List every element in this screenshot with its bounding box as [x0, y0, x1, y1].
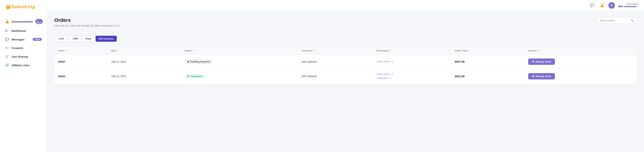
cell-order: #8067 — [54, 55, 108, 69]
status-dot — [188, 61, 189, 62]
dashboard-icon: ⊞ — [5, 29, 9, 33]
sort-icon: ⇕ — [65, 49, 67, 52]
csv-label: ↓ CSV — [57, 37, 64, 40]
page-header: Orders Here you can view and manage all … — [54, 17, 120, 32]
notification-icon-button[interactable]: 🔔 — [599, 2, 605, 9]
print-label: Print — [86, 37, 91, 40]
edit-columns-label: Edit Columns — [99, 37, 114, 40]
sidebar-nav: 🔔 Announcements 1 New ⊞ Dashboard 💬 Mess… — [0, 13, 47, 152]
user-info[interactable]: Sales Agent Mike Johansson ▾ — [618, 3, 638, 8]
cell-customer: John Spencer — [298, 55, 373, 69]
search-icon: 🔍 — [631, 19, 634, 22]
logo-area: 👑SalesKing — [0, 0, 47, 13]
sidebar-item-label: Coupons — [12, 46, 42, 49]
brand-name-part2: King — [24, 4, 36, 9]
sort-icon: ⇕ — [538, 49, 539, 52]
chevron-down-icon: ▾ — [637, 5, 638, 7]
sidebar-item-label: Announcements — [12, 20, 33, 23]
cart-icon: 🛒 — [5, 54, 9, 58]
user-role-label: Sales Agent — [618, 3, 638, 5]
search-input[interactable] — [600, 19, 629, 22]
brand-name-part1: Sales — [11, 4, 24, 9]
search-box[interactable]: 🔍 — [597, 17, 637, 23]
status-label: Completed — [190, 75, 202, 78]
sidebar-item-cart-sharing[interactable]: 🛒 Cart Sharing — [0, 52, 47, 61]
order-number: #8067 — [58, 60, 66, 63]
cell-date: July 14, 2021 — [108, 55, 181, 69]
cell-purchased: Gold Locker x 1composite x 1 — [373, 69, 451, 84]
status-badge: Completed — [184, 74, 205, 79]
col-customer[interactable]: Customer⇕ — [298, 47, 373, 55]
sort-icon: ⇕ — [390, 49, 391, 52]
pdf-button[interactable]: ↓ PDF — [68, 36, 81, 42]
product-link[interactable]: composite x 1 — [377, 76, 448, 80]
coupons-icon: 🏷 — [5, 46, 9, 50]
cell-order-total: $507,56 — [451, 55, 524, 69]
bag-icon: 🛍 — [532, 75, 534, 78]
brand-logo[interactable]: 👑SalesKing — [5, 4, 42, 9]
bag-icon: 🛍 — [532, 60, 534, 63]
page-subtitle: Here you can view and manage all orders … — [54, 24, 120, 27]
announcements-badge: 1 New — [36, 19, 43, 24]
edit-columns-button[interactable]: Edit Columns — [96, 36, 117, 42]
sidebar-item-label: Dashboard — [12, 29, 42, 32]
sort-icon: ⇕ — [192, 49, 194, 52]
crown-icon: 👑 — [5, 4, 11, 9]
col-actions[interactable]: Actions⇕ — [524, 47, 637, 55]
notification-dot — [603, 3, 604, 4]
orders-table: Order⇕ Date⇕ Status⇕ Customer⇕ Purchased… — [54, 47, 637, 84]
user-avatar[interactable]: M — [608, 2, 615, 9]
sidebar-item-announcements[interactable]: 🔔 Announcements 1 New — [0, 17, 47, 26]
page-title: Orders — [54, 17, 120, 23]
manage-order-label: Manage Order — [536, 60, 551, 63]
sort-icon: ⇕ — [117, 49, 119, 52]
cell-actions: 🛍 Manage Order — [524, 69, 637, 84]
col-date[interactable]: Date⇕ — [108, 47, 181, 55]
cell-status: Pending Payment — [181, 55, 298, 69]
sidebar-item-dashboard[interactable]: ⊞ Dashboard — [0, 26, 47, 35]
sidebar-item-messages[interactable]: 💬 Messages 1 New — [0, 35, 47, 44]
product-link[interactable]: Gold Locker x 1 — [377, 60, 448, 64]
col-purchased[interactable]: Purchased⇕ — [373, 47, 451, 55]
col-order-total[interactable]: Order Total⇕ — [451, 47, 524, 55]
pdf-label: ↓ PDF — [72, 37, 78, 40]
sidebar-item-affiliate-links[interactable]: 🔗 Affiliate Links — [0, 61, 47, 69]
sidebar-item-label: Cart Sharing — [12, 55, 42, 58]
table-body: #8067 July 14, 2021 Pending Payment John… — [54, 55, 637, 84]
status-dot — [188, 75, 189, 77]
order-total-value: $507,56 — [455, 60, 464, 63]
cell-purchased: Gold Locker x 1 — [373, 55, 451, 69]
toolbar: ↓ CSV ↓ PDF Print Edit Columns — [54, 36, 637, 42]
main-wrapper: 💬 🔔 M Sales Agent Mike Johansson ▾ Order… — [47, 0, 644, 152]
col-order[interactable]: Order⇕ — [54, 47, 108, 55]
link-icon: 🔗 — [5, 63, 9, 67]
chat-icon: 💬 — [590, 3, 594, 7]
sidebar-item-label: Messages — [12, 38, 30, 41]
table-row: #8067 July 14, 2021 Pending Payment John… — [54, 55, 637, 69]
product-link[interactable]: Gold Locker x 1 — [377, 72, 448, 76]
order-number: #8063 — [58, 75, 66, 78]
table-row: #8063 July 12, 2021 Completed John Spenc… — [54, 69, 637, 84]
status-badge: Pending Payment — [184, 59, 213, 64]
cell-order: #8063 — [54, 69, 108, 84]
col-status[interactable]: Status⇕ — [181, 47, 298, 55]
manage-order-button[interactable]: 🛍 Manage Order — [528, 58, 555, 65]
header-icons: 💬 🔔 M Sales Agent Mike Johansson ▾ — [589, 2, 638, 9]
chat-icon-button[interactable]: 💬 — [589, 2, 596, 9]
order-date: July 14, 2021 — [111, 60, 126, 63]
order-total-value: $547,56 — [455, 75, 464, 78]
sort-icon: ⇕ — [468, 49, 470, 52]
csv-button[interactable]: ↓ CSV — [54, 36, 67, 42]
manage-order-label: Manage Order — [536, 75, 551, 78]
sidebar-item-coupons[interactable]: 🏷 Coupons — [0, 44, 47, 52]
manage-order-button[interactable]: 🛍 Manage Order — [528, 73, 555, 79]
print-button[interactable]: Print — [82, 36, 94, 42]
cell-order-total: $547,56 — [451, 69, 524, 84]
header: 💬 🔔 M Sales Agent Mike Johansson ▾ — [47, 0, 644, 11]
cell-date: July 12, 2021 — [108, 69, 181, 84]
cell-actions: 🛍 Manage Order — [524, 55, 637, 69]
status-label: Pending Payment — [190, 60, 210, 63]
table-header: Order⇕ Date⇕ Status⇕ Customer⇕ Purchased… — [54, 47, 637, 55]
user-name-label: Mike Johansson ▾ — [618, 5, 638, 8]
messages-icon: 💬 — [5, 37, 9, 41]
